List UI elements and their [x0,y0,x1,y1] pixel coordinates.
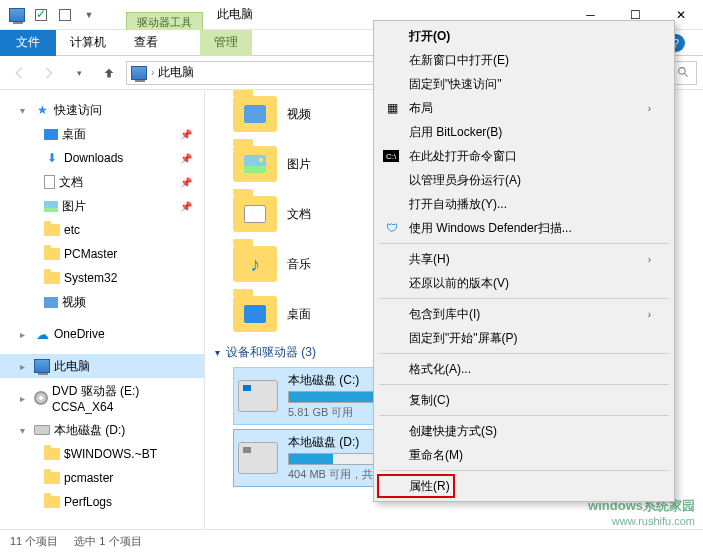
sidebar-item-system32[interactable]: System32 [0,266,204,290]
submenu-arrow-icon: › [648,103,651,114]
submenu-arrow-icon: › [648,309,651,320]
drive-tools-label: 驱动器工具 [126,12,203,30]
ctx-pin-start[interactable]: 固定到"开始"屏幕(P) [377,326,671,350]
folder-icon [44,472,60,484]
sidebar-item-label: 视频 [62,294,86,311]
context-menu: 打开(O) 在新窗口中打开(E) 固定到"快速访问" ▦ 布局 › 启用 Bit… [373,20,675,502]
qat-new-folder-icon[interactable] [54,4,76,26]
ctx-properties[interactable]: 属性(R) [377,474,671,498]
chevron-right-icon: ▸ [20,329,30,340]
sidebar-item-pictures[interactable]: 图片 📌 [0,194,204,218]
folder-icon [233,196,277,232]
video-icon [44,297,58,308]
tab-view[interactable]: 查看 [120,30,172,56]
ctx-create-shortcut[interactable]: 创建快捷方式(S) [377,419,671,443]
sidebar-item-etc[interactable]: etc [0,218,204,242]
folder-icon [233,296,277,332]
ctx-bitlocker[interactable]: 启用 BitLocker(B) [377,120,671,144]
ctx-defender-scan[interactable]: 🛡 使用 Windows Defender扫描... [377,216,671,240]
separator [379,298,669,299]
ctx-include-library[interactable]: 包含到库中(I) › [377,302,671,326]
status-bar: 11 个项目 选中 1 个项目 [0,529,703,553]
sidebar-item-label: 此电脑 [54,358,90,375]
sidebar-item-label: Downloads [64,151,123,165]
sidebar-item-label: PerfLogs [64,495,112,509]
recent-dropdown-icon[interactable]: ▾ [66,60,92,86]
separator [379,243,669,244]
folder-label: 视频 [287,106,311,123]
ctx-format[interactable]: 格式化(A)... [377,357,671,381]
ctx-pin-quick-access[interactable]: 固定到"快速访问" [377,72,671,96]
ctx-copy[interactable]: 复制(C) [377,388,671,412]
sidebar-item-label: 快速访问 [54,102,102,119]
ctx-autoplay[interactable]: 打开自动播放(Y)... [377,192,671,216]
sidebar-dvd-drive[interactable]: ▸ DVD 驱动器 (E:) CCSA_X64 [0,386,204,410]
disk-icon [238,442,278,474]
sidebar-item-label: OneDrive [54,327,105,341]
chevron-right-icon: ▸ [20,393,30,404]
tab-manage[interactable]: 管理 [200,30,252,56]
sidebar-item-documents[interactable]: 文档 📌 [0,170,204,194]
app-icon[interactable] [6,4,28,26]
disk-icon [238,380,278,412]
folder-icon [44,496,60,508]
ctx-open[interactable]: 打开(O) [377,24,671,48]
up-button[interactable] [96,60,122,86]
sidebar-item-pcmaster2[interactable]: pcmaster [0,466,204,490]
watermark-url: www.rushifu.com [612,515,695,527]
sidebar-item-label: etc [64,223,80,237]
documents-icon [44,175,55,189]
pin-icon: 📌 [180,177,192,188]
sidebar-onedrive[interactable]: ▸ ☁ OneDrive [0,322,204,346]
breadcrumb-location[interactable]: 此电脑 [158,64,194,81]
sidebar-item-downloads[interactable]: ⬇ Downloads 📌 [0,146,204,170]
status-item-count: 11 个项目 [10,534,58,549]
sidebar-local-disk-d[interactable]: ▾ 本地磁盘 (D:) [0,418,204,442]
folder-icon [44,272,60,284]
sidebar-item-pcmaster[interactable]: PCMaster [0,242,204,266]
shield-icon: 🛡 [383,219,401,237]
folder-icon [233,96,277,132]
desktop-icon [44,129,58,140]
ctx-rename[interactable]: 重命名(M) [377,443,671,467]
qat-properties-icon[interactable] [30,4,52,26]
svg-point-0 [678,68,685,75]
sidebar-this-pc[interactable]: ▸ 此电脑 [0,354,204,378]
downloads-icon: ⬇ [44,150,60,166]
separator [379,353,669,354]
sidebar-item-videos[interactable]: 视频 [0,290,204,314]
file-tab[interactable]: 文件 [0,30,56,56]
submenu-arrow-icon: › [648,254,651,265]
window-title: 此电脑 [217,6,253,23]
back-button[interactable] [6,60,32,86]
separator [379,384,669,385]
sidebar-quick-access[interactable]: ▾ ★ 快速访问 [0,98,204,122]
layout-icon: ▦ [383,99,401,117]
star-icon: ★ [34,102,50,118]
section-label: 设备和驱动器 (3) [226,344,316,361]
ctx-share[interactable]: 共享(H) › [377,247,671,271]
folder-label: 图片 [287,156,311,173]
separator [379,415,669,416]
sidebar-item-label: System32 [64,271,117,285]
ctx-open-cmd[interactable]: C:\ 在此处打开命令窗口 [377,144,671,168]
ctx-run-as-admin[interactable]: 以管理员身份运行(A) [377,168,671,192]
folder-icon [233,146,277,182]
sidebar-item-label: 图片 [62,198,86,215]
qat-dropdown-icon[interactable]: ▼ [78,4,100,26]
sidebar-item-label: 本地磁盘 (D:) [54,422,125,439]
forward-button[interactable] [36,60,62,86]
folder-icon [44,224,60,236]
ctx-previous-versions[interactable]: 还原以前的版本(V) [377,271,671,295]
sidebar-item-desktop[interactable]: 桌面 📌 [0,122,204,146]
sidebar-item-label: DVD 驱动器 (E:) CCSA_X64 [52,383,204,414]
tab-computer[interactable]: 计算机 [56,30,120,56]
sidebar-item-perflogs[interactable]: PerfLogs [0,490,204,514]
ctx-layout[interactable]: ▦ 布局 › [377,96,671,120]
sidebar-item-windowsbt[interactable]: $WINDOWS.~BT [0,442,204,466]
pc-icon [131,66,147,80]
folder-label: 文档 [287,206,311,223]
navigation-pane: ▾ ★ 快速访问 桌面 📌 ⬇ Downloads 📌 文档 📌 图 [0,90,205,529]
ctx-open-new-window[interactable]: 在新窗口中打开(E) [377,48,671,72]
pin-icon: 📌 [180,129,192,140]
